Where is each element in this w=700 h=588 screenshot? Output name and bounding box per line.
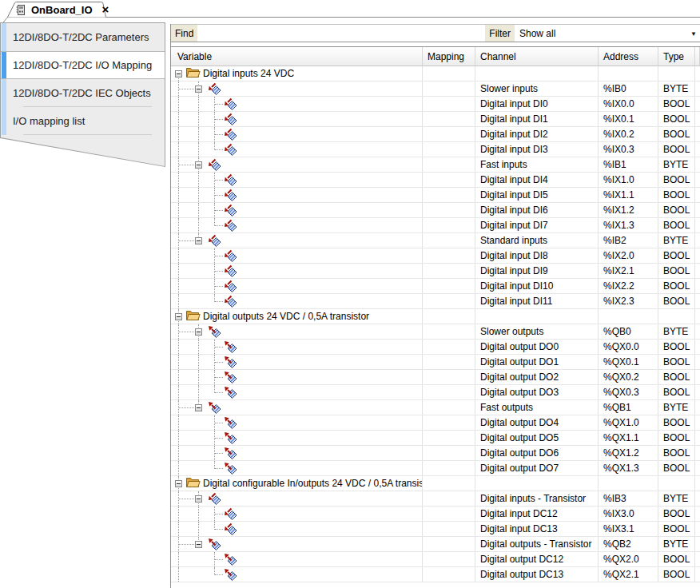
mapping-cell[interactable] <box>423 188 475 202</box>
mapping-cell[interactable] <box>423 461 475 475</box>
mapping-cell[interactable] <box>423 400 475 415</box>
filter-combobox[interactable]: Show all ▼ <box>515 25 700 42</box>
table-row[interactable]: Digital output DO7%QX1.3BOOL <box>171 461 700 476</box>
table-row[interactable]: Digital configurable In/outputs 24 VDC /… <box>171 476 700 491</box>
column-header-address[interactable]: Address <box>599 47 658 66</box>
table-row[interactable]: Digital input DC13%IX3.1BOOL <box>171 522 700 537</box>
table-row[interactable]: Digital output DO4%QX1.0BOOL <box>171 415 700 431</box>
table-row[interactable]: Digital input DI10%IX2.2BOOL <box>171 279 700 294</box>
column-header-channel[interactable]: Channel <box>475 47 599 66</box>
mapping-cell[interactable] <box>423 233 475 248</box>
table-row[interactable]: Digital inputs 24 VDC <box>171 66 700 81</box>
mapping-cell[interactable] <box>423 340 475 354</box>
mapping-cell[interactable] <box>423 507 475 521</box>
table-row[interactable]: Digital input DI3%IX0.3BOOL <box>171 142 700 157</box>
mapping-cell[interactable] <box>423 309 475 324</box>
table-row[interactable]: Fast outputs%QB1BYTE <box>171 400 700 415</box>
table-row[interactable]: Digital outputs - Transistor%QB2BYTE <box>171 537 700 552</box>
mapping-cell[interactable] <box>423 112 475 126</box>
table-row[interactable]: Standard inputs%IB2BYTE <box>171 233 700 248</box>
sidebar-item-io-mapping[interactable]: 12DI/8DO-T/2DC I/O Mapping <box>1 51 165 79</box>
mapping-cell[interactable] <box>423 415 475 430</box>
table-row[interactable]: Digital inputs - Transistor%IB3BYTE <box>171 491 700 507</box>
mapping-cell[interactable] <box>423 157 475 172</box>
mapping-cell[interactable] <box>423 97 475 111</box>
mapping-cell[interactable] <box>423 324 475 339</box>
table-row[interactable]: Fast inputs%IB1BYTE <box>171 157 700 173</box>
tab-onboard-io[interactable]: OnBoard_IO × <box>16 2 109 17</box>
table-row[interactable]: Digital input DI7%IX1.3BOOL <box>171 218 700 233</box>
tree-connector-line <box>215 453 223 454</box>
sidebar-item-label: 12DI/8DO-T/2DC IEC Objects <box>13 87 151 99</box>
tab-close-icon[interactable]: × <box>102 4 109 15</box>
mapping-cell[interactable] <box>423 385 475 399</box>
tree-guide-line <box>198 507 199 521</box>
column-header-variable[interactable]: Variable <box>171 47 423 66</box>
table-row[interactable]: Digital output DO2%QX0.2BOOL <box>171 370 700 385</box>
table-row[interactable]: Digital input DI0%IX0.0BOOL <box>171 97 700 112</box>
mapping-cell[interactable] <box>423 567 475 582</box>
type-cell: BOOL <box>658 294 695 308</box>
table-row[interactable]: Digital output DO0%QX0.0BOOL <box>171 340 700 355</box>
table-row[interactable]: Digital outputs 24 VDC / 0,5A transistor <box>171 309 700 324</box>
mapping-cell[interactable] <box>423 552 475 566</box>
mapping-cell[interactable] <box>423 203 475 217</box>
table-row[interactable]: Digital input DI9%IX2.1BOOL <box>171 264 700 279</box>
mapping-cell[interactable] <box>423 537 475 551</box>
mapping-cell[interactable] <box>423 522 475 536</box>
table-row[interactable]: Digital output DC12%QX2.0BOOL <box>171 552 700 567</box>
expander-minus-icon[interactable] <box>195 404 202 411</box>
expander-minus-icon[interactable] <box>195 541 202 548</box>
table-row[interactable]: Digital input DI4%IX1.0BOOL <box>171 173 700 188</box>
mapping-cell[interactable] <box>423 294 475 308</box>
mapping-cell[interactable] <box>423 446 475 460</box>
table-row[interactable]: Digital output DO1%QX0.1BOOL <box>171 355 700 370</box>
table-row[interactable]: Digital input DC12%IX3.0BOOL <box>171 507 700 522</box>
expander-minus-icon[interactable] <box>195 237 202 244</box>
find-input[interactable] <box>197 25 485 42</box>
chevron-down-icon[interactable]: ▼ <box>690 30 697 37</box>
mapping-cell[interactable] <box>423 279 475 293</box>
mapping-cell[interactable] <box>423 248 475 263</box>
table-row[interactable]: Digital output DC13%QX2.1BOOL <box>171 567 700 582</box>
expander-minus-icon[interactable] <box>195 495 202 503</box>
mapping-cell[interactable] <box>423 264 475 278</box>
table-row[interactable]: Slower inputs%IB0BYTE <box>171 81 700 97</box>
mapping-cell[interactable] <box>423 491 475 506</box>
mapping-cell[interactable] <box>423 431 475 445</box>
table-row[interactable]: Digital output DO6%QX1.2BOOL <box>171 446 700 461</box>
mapping-cell[interactable] <box>423 218 475 232</box>
expander-minus-icon[interactable] <box>195 85 202 93</box>
table-row[interactable]: Slower outputs%QB0BYTE <box>171 324 700 340</box>
mapping-cell[interactable] <box>423 81 475 96</box>
mapping-cell[interactable] <box>423 66 475 81</box>
sidebar-item-iec-objects[interactable]: 12DI/8DO-T/2DC IEC Objects <box>1 79 165 107</box>
mapping-cell[interactable] <box>423 127 475 141</box>
table-row[interactable]: Digital input DI6%IX1.2BOOL <box>171 203 700 218</box>
mapping-cell[interactable] <box>423 173 475 187</box>
tree-guide-line <box>198 97 199 111</box>
expander-minus-icon[interactable] <box>175 480 182 487</box>
mapping-cell[interactable] <box>423 142 475 157</box>
tree-guide-line <box>178 173 179 187</box>
table-row[interactable]: Digital input DI8%IX2.0BOOL <box>171 248 700 264</box>
table-row[interactable]: Digital output DO3%QX0.3BOOL <box>171 385 700 400</box>
table-row[interactable]: Digital output DO5%QX1.1BOOL <box>171 431 700 446</box>
mapping-cell[interactable] <box>423 355 475 369</box>
expander-minus-icon[interactable] <box>175 313 182 320</box>
expander-minus-icon[interactable] <box>175 70 182 77</box>
input-channel-icon <box>224 204 237 217</box>
column-header-mapping[interactable]: Mapping <box>423 47 475 66</box>
table-row[interactable]: Digital input DI11%IX2.3BOOL <box>171 294 700 309</box>
sidebar-item-parameters[interactable]: 12DI/8DO-T/2DC Parameters <box>1 23 165 51</box>
expander-minus-icon[interactable] <box>195 328 202 336</box>
mapping-cell[interactable] <box>423 370 475 384</box>
table-row[interactable]: Digital input DI5%IX1.1BOOL <box>171 188 700 203</box>
column-header-type[interactable]: Type <box>658 47 695 66</box>
sidebar-item-io-mapping-list[interactable]: I/O mapping list <box>1 107 165 135</box>
table-row[interactable]: Digital input DI1%IX0.1BOOL <box>171 112 700 127</box>
mapping-cell[interactable] <box>423 476 475 491</box>
address-cell: %IX1.1 <box>599 188 658 202</box>
expander-minus-icon[interactable] <box>195 161 202 169</box>
table-row[interactable]: Digital input DI2%IX0.2BOOL <box>171 127 700 142</box>
